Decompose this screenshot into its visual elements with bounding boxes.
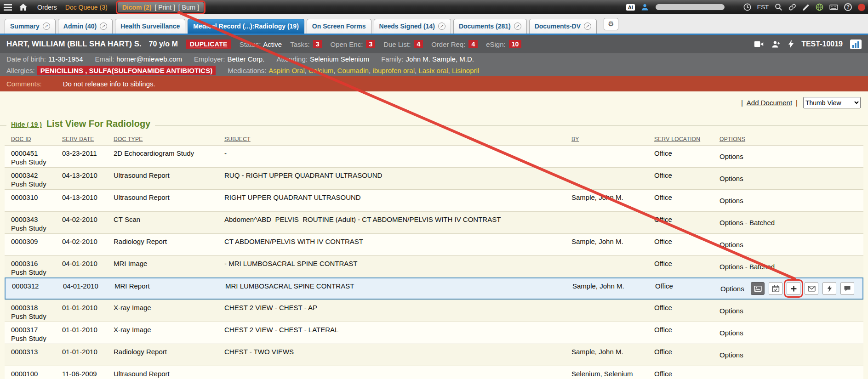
order-req-count-badge[interactable]: 4 xyxy=(468,40,478,48)
duplicate-badge[interactable]: DUPLICATE xyxy=(186,40,231,49)
tasks-count-badge[interactable]: 3 xyxy=(313,40,322,48)
push-study-link[interactable]: Push Study xyxy=(11,268,62,277)
options-link[interactable]: Options xyxy=(720,306,743,315)
burn-link[interactable]: [ Burn ] xyxy=(178,4,199,11)
options-link[interactable]: Options - Batched xyxy=(720,218,775,227)
view-image-button[interactable] xyxy=(751,282,765,295)
push-study-link[interactable]: Push Study xyxy=(11,312,62,321)
tab-summary[interactable]: Summary↗ xyxy=(5,19,56,34)
chart-stats-icon[interactable] xyxy=(850,40,862,49)
column-header[interactable]: DOC ID xyxy=(11,136,62,142)
doc-id: 0000100 xyxy=(11,369,62,378)
push-study-link[interactable]: Push Study xyxy=(11,180,62,188)
table-row[interactable]: 000030904-02-2010Radiology ReportCT ABDO… xyxy=(5,233,863,255)
table-row[interactable]: 0000451Push Study03-23-20112D Echocardio… xyxy=(5,145,863,167)
hide-link[interactable]: Hide ( 19 ) xyxy=(11,121,42,128)
tab-settings-button[interactable]: ⚙ xyxy=(604,18,618,30)
popout-icon[interactable]: ↗ xyxy=(100,23,107,30)
plus-icon xyxy=(790,285,797,292)
push-study-link[interactable]: Push Study xyxy=(11,158,62,166)
orders-menu-item[interactable]: Orders xyxy=(37,4,57,11)
patient-demographics-row: Date of birth: 11-30-1954 Email: horner@… xyxy=(0,53,868,65)
esign-count-badge[interactable]: 10 xyxy=(509,40,522,48)
table-row[interactable]: 0000343Push Study04-02-2010CT ScanAbdome… xyxy=(5,211,863,233)
open-enc-count-badge[interactable]: 3 xyxy=(366,40,375,48)
tab-documents-dv[interactable]: Documents-DV↗ xyxy=(529,19,597,34)
popout-icon[interactable]: ↗ xyxy=(43,23,50,30)
envelope-button[interactable] xyxy=(805,282,818,295)
column-header[interactable]: DOC TYPE xyxy=(114,136,224,142)
comment-button[interactable] xyxy=(840,282,854,295)
options-link[interactable]: Options xyxy=(720,351,743,359)
link-icon[interactable] xyxy=(788,3,796,11)
subject: CT ABDOMEN/PELVIS WITH IV CONTRAST xyxy=(224,238,363,245)
doc-type: MRI Report xyxy=(114,282,150,290)
table-row[interactable]: 0000317Push Study01-01-2010X-ray ImageCH… xyxy=(5,322,863,344)
keyboard-icon[interactable] xyxy=(829,4,838,11)
calendar-button[interactable] xyxy=(769,282,782,295)
popout-icon[interactable]: ↗ xyxy=(514,23,521,30)
options-link[interactable]: Options xyxy=(720,284,744,293)
add-document-link[interactable]: Add Document xyxy=(747,99,792,107)
table-row[interactable]: 0000318Push Study01-01-2010X-ray ImageCH… xyxy=(5,300,863,322)
table-row[interactable]: 0000342Push Study04-13-2010Ultrasound Re… xyxy=(5,167,863,189)
table-row[interactable]: 000031301-01-2010Radiology ReportCHEST -… xyxy=(5,344,863,366)
table-row[interactable]: 000031204-01-2010MRI ReportMRI LUMBOSACR… xyxy=(5,277,863,300)
options-link[interactable]: Options xyxy=(720,240,743,249)
lightning-button[interactable] xyxy=(822,282,836,295)
table-row[interactable]: 000031004-13-2010Ultrasound ReportRIGHT … xyxy=(5,189,863,211)
medication-link[interactable]: Lisinopril xyxy=(452,67,479,74)
medication-link[interactable]: Lasix oral xyxy=(418,67,448,74)
tab-needs-signed[interactable]: Needs Signed (14)↗ xyxy=(374,19,451,34)
search-icon[interactable] xyxy=(775,3,782,11)
tab-medical-record-radiology[interactable]: Medical Record (...):Radiology (19) xyxy=(188,19,304,34)
hamburger-menu-icon[interactable] xyxy=(4,4,12,11)
thumb-view-select[interactable]: Thumb View xyxy=(803,97,861,108)
alert-indicator-icon[interactable] xyxy=(858,4,865,11)
popout-icon[interactable]: ↗ xyxy=(438,23,445,30)
ai-badge[interactable]: AI xyxy=(626,4,635,11)
column-header[interactable]: BY xyxy=(571,136,654,142)
pen-icon[interactable] xyxy=(802,4,810,11)
video-camera-icon[interactable] xyxy=(754,40,764,48)
person-icon[interactable] xyxy=(641,3,649,11)
options-link[interactable]: Options xyxy=(720,152,743,161)
table-row[interactable]: 0000316Push Study04-01-2010MRI Image- MR… xyxy=(5,255,863,277)
options-link[interactable]: Options xyxy=(720,174,743,183)
medication-separator: , xyxy=(333,67,337,74)
options-link[interactable]: Options xyxy=(720,196,743,205)
person-add-icon[interactable] xyxy=(771,40,781,48)
medication-link[interactable]: Coumadin xyxy=(337,67,369,74)
add-button[interactable] xyxy=(787,282,800,295)
push-study-link[interactable]: Push Study xyxy=(11,224,62,232)
column-header[interactable]: OPTIONS xyxy=(720,136,863,142)
clock-icon[interactable] xyxy=(743,3,751,11)
dicom-print-burn-group[interactable]: Dicom (2) [ Print ] [ Burn ] xyxy=(118,2,204,12)
medication-link[interactable]: Calcium xyxy=(308,67,333,74)
column-header[interactable]: SERV DATE xyxy=(62,136,114,142)
home-icon[interactable] xyxy=(19,4,27,11)
globe-icon[interactable] xyxy=(816,3,823,11)
column-header[interactable]: SUBJECT xyxy=(224,136,571,142)
help-icon[interactable]: ? xyxy=(844,3,852,11)
push-study-link[interactable]: Push Study xyxy=(11,334,62,343)
lightning-icon[interactable] xyxy=(788,40,794,48)
options-link[interactable]: Options xyxy=(720,328,743,337)
table-row[interactable]: 000010011-06-2009Ultrasound ReportSeleni… xyxy=(5,366,863,379)
tab-documents[interactable]: Documents (281)↗ xyxy=(453,19,527,34)
medication-link[interactable]: ibuprofen oral xyxy=(372,67,415,74)
tab-admin[interactable]: Admin (40)↗ xyxy=(58,19,113,34)
medication-link[interactable]: Aspirin Oral xyxy=(268,67,304,74)
due-list-count-badge[interactable]: 4 xyxy=(414,40,423,48)
tab-on-screen-forms[interactable]: On Screen Forms xyxy=(307,19,371,34)
allergies-badge[interactable]: PENICILLINS , SULFA(SULFONAMIDE ANTIBIOT… xyxy=(37,66,216,75)
tab-health-surveillance[interactable]: Health Surveillance xyxy=(115,19,185,34)
dicom-link[interactable]: Dicom (2) xyxy=(122,4,152,11)
image-icon xyxy=(754,285,762,292)
popout-icon[interactable]: ↗ xyxy=(584,23,591,30)
email-value[interactable]: horner@mieweb.com xyxy=(116,55,182,63)
column-header[interactable]: SERV LOCATION xyxy=(654,136,720,142)
options-link[interactable]: Options - Batched xyxy=(720,262,775,271)
print-link[interactable]: [ Print ] xyxy=(154,4,175,11)
doc-queue-menu-item[interactable]: Doc Queue (3) xyxy=(65,4,108,11)
